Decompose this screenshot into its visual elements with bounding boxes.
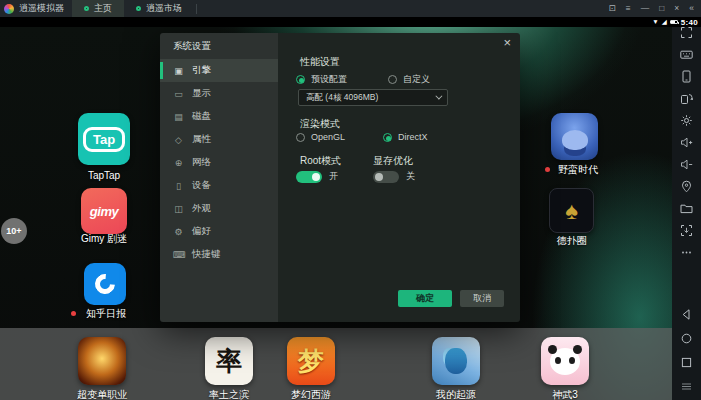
- radio-preset-label: 预设配置: [311, 73, 347, 86]
- install-apk-icon[interactable]: [680, 70, 693, 83]
- nav-label-appearance: 外观: [192, 202, 211, 215]
- nav-item-disk[interactable]: ▤ 磁盘: [160, 105, 278, 128]
- brutal-age-art: [562, 130, 588, 150]
- settings-title: 系统设置: [160, 33, 278, 59]
- menu-lines-icon[interactable]: [680, 380, 693, 393]
- phone-icon: ▯: [173, 181, 184, 191]
- nav-item-shortcuts[interactable]: ⌨ 快捷键: [160, 243, 278, 266]
- location-icon[interactable]: [680, 180, 693, 193]
- zhihu-logo-icon: [91, 270, 119, 298]
- tag-icon: ◇: [173, 135, 184, 145]
- dialog-close-icon[interactable]: ×: [503, 36, 511, 49]
- radio-preset-config[interactable]: 预设配置: [296, 73, 347, 86]
- root-mode-label: Root模式: [300, 154, 341, 168]
- spade-icon: ♠: [565, 199, 578, 223]
- window-controls: ⊡ ≡ — □ × «: [609, 4, 701, 13]
- android-nav-group: [680, 308, 693, 393]
- nav-item-property[interactable]: ◇ 属性: [160, 128, 278, 151]
- app-title: 逍遥模拟器: [19, 2, 64, 15]
- app-icon-taptap[interactable]: Tap: [78, 113, 130, 165]
- virtual-keyboard-icon[interactable]: [680, 48, 693, 61]
- radio-opengl[interactable]: OpenGL: [296, 132, 345, 142]
- status-time: 5:40: [681, 18, 698, 27]
- tab-market-icon: [136, 6, 141, 11]
- rotate-screen-icon[interactable]: [680, 92, 693, 105]
- dock-apps: 超变单职业 率 率土之滨 梦 梦幻西游 我的起源 神武3: [0, 328, 672, 400]
- root-mode-toggle-row: 开: [296, 170, 338, 183]
- app-icon-menghuan[interactable]: 梦: [287, 337, 335, 385]
- fullscreen-icon[interactable]: ⊡: [609, 4, 616, 13]
- nav-item-display[interactable]: ▭ 显示: [160, 82, 278, 105]
- notification-dot-brutal-age: [545, 167, 550, 172]
- recents-icon[interactable]: [680, 356, 693, 369]
- render-mode-section-title: 渲染模式: [300, 117, 340, 131]
- app-label-shenwu3: 神武3: [552, 388, 578, 400]
- radio-directx-label: DirectX: [398, 132, 428, 142]
- back-icon[interactable]: [680, 308, 693, 321]
- radio-opengl-label: OpenGL: [311, 132, 345, 142]
- nav-item-device[interactable]: ▯ 设备: [160, 174, 278, 197]
- root-mode-toggle[interactable]: [296, 171, 322, 183]
- radio-preset-icon: [296, 75, 305, 84]
- globe-icon: ⊕: [173, 158, 184, 168]
- collapse-sidebar-icon[interactable]: «: [689, 4, 694, 13]
- app-icon-chaobian[interactable]: [78, 337, 126, 385]
- cancel-button[interactable]: 取消: [460, 290, 504, 307]
- app-icon-my-origin[interactable]: [432, 337, 480, 385]
- nav-item-engine[interactable]: ▣ 引擎: [160, 59, 278, 82]
- home-icon[interactable]: [680, 332, 693, 345]
- app-icon-poker-circle[interactable]: ♠: [549, 188, 594, 233]
- more-tools-icon[interactable]: [680, 246, 693, 259]
- nav-label-disk: 磁盘: [192, 110, 211, 123]
- radio-custom-label: 自定义: [403, 73, 430, 86]
- app-label-brutal-age: 野蛮时代: [558, 163, 598, 177]
- display-icon: ▭: [173, 89, 184, 99]
- nav-label-display: 显示: [192, 87, 211, 100]
- app-icon-zhihu-daily[interactable]: [84, 263, 126, 305]
- radio-custom-config[interactable]: 自定义: [388, 73, 430, 86]
- engine-icon: ▣: [173, 66, 184, 76]
- shared-folder-icon[interactable]: [680, 202, 693, 215]
- memu-logo-icon: [4, 4, 14, 14]
- app-label-my-origin: 我的起源: [436, 388, 476, 400]
- nav-item-network[interactable]: ⊕ 网络: [160, 151, 278, 174]
- volume-up-icon[interactable]: [680, 136, 693, 149]
- nav-item-preference[interactable]: ⚙ 偏好: [160, 220, 278, 243]
- nav-label-network: 网络: [192, 156, 211, 169]
- app-icon-brutal-age[interactable]: [551, 113, 598, 160]
- app-icon-shenwu3[interactable]: [541, 337, 589, 385]
- volume-down-icon[interactable]: [680, 158, 693, 171]
- app-icon-gimy[interactable]: gimy: [81, 188, 127, 234]
- nav-item-appearance[interactable]: ◫ 外观: [160, 197, 278, 220]
- radio-opengl-icon: [296, 133, 305, 142]
- menu-icon[interactable]: ≡: [626, 4, 631, 13]
- preset-dropdown[interactable]: 高配 (4核 4096MB): [298, 89, 448, 106]
- tab-market-label: 逍遥市场: [146, 2, 182, 15]
- tab-home-label: 主页: [94, 2, 112, 15]
- fullscreen-toggle-icon[interactable]: [680, 26, 693, 39]
- ok-button[interactable]: 确定: [398, 290, 452, 307]
- maximize-icon[interactable]: □: [659, 4, 664, 13]
- radio-directx[interactable]: DirectX: [383, 132, 428, 142]
- app-label-taptap: TapTap: [88, 170, 120, 181]
- notification-dot-zhihu: [71, 311, 76, 316]
- panda-art: [550, 348, 580, 375]
- gear-icon[interactable]: [680, 114, 693, 127]
- vram-opt-state: 关: [406, 170, 415, 183]
- window-titlebar: 逍遥模拟器 主页 逍遥市场 ⊡ ≡ — □ × «: [0, 0, 701, 17]
- minimize-icon[interactable]: —: [641, 4, 650, 13]
- vram-opt-toggle[interactable]: [373, 171, 399, 183]
- close-icon[interactable]: ×: [674, 4, 679, 13]
- wifi-icon: ▼: [652, 19, 658, 26]
- screenshot-icon[interactable]: [680, 224, 693, 237]
- app-icon-shuaitu[interactable]: 率: [205, 337, 253, 385]
- gimy-logo: gimy: [90, 204, 118, 219]
- floating-count-badge[interactable]: 10+: [1, 218, 27, 244]
- signal-icon: ◢: [662, 19, 667, 26]
- tab-home[interactable]: 主页: [72, 0, 124, 17]
- tab-market[interactable]: 逍遥市场: [124, 0, 194, 17]
- settings-nav: 系统设置 ▣ 引擎 ▭ 显示 ▤ 磁盘 ◇ 属性 ⊕ 网络 ▯ 设备 ◫ 外观: [160, 33, 278, 322]
- window-icon: ◫: [173, 204, 184, 214]
- my-origin-art: [445, 348, 467, 374]
- vram-opt-label: 显存优化: [373, 154, 413, 168]
